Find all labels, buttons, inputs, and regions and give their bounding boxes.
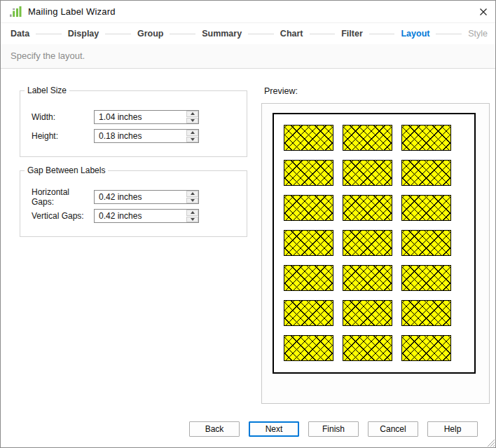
arrow-down-icon <box>191 138 195 141</box>
step-connector <box>105 34 131 34</box>
window-title: Mailing Label Wizard <box>28 6 116 17</box>
cancel-button[interactable]: Cancel <box>368 421 418 437</box>
spinner-up-button[interactable] <box>186 130 198 136</box>
spinner-up-button[interactable] <box>186 191 198 197</box>
step-connector <box>436 34 462 34</box>
height-row: Height: <box>32 129 199 143</box>
preview-label-cell <box>284 335 333 361</box>
height-field <box>94 129 199 143</box>
mailing-label-wizard-dialog: Mailing Label Wizard Data Display Group … <box>0 0 496 448</box>
vertical-gaps-label: Vertical Gaps: <box>32 211 94 221</box>
next-button[interactable]: Next <box>249 421 299 437</box>
help-button[interactable]: Help <box>427 421 478 437</box>
arrow-down-icon <box>191 199 195 202</box>
vertical-gaps-field <box>94 209 199 223</box>
arrow-up-icon <box>191 131 195 134</box>
preview-label-cell <box>343 335 392 361</box>
preview-label-cell <box>401 230 451 256</box>
step-filter[interactable]: Filter <box>341 29 363 39</box>
vertical-gaps-row: Vertical Gaps: <box>32 209 199 223</box>
preview-label-cell <box>284 265 333 291</box>
horizontal-gaps-input[interactable] <box>94 190 199 204</box>
preview-label-cell <box>343 160 392 186</box>
finish-button[interactable]: Finish <box>308 421 359 437</box>
gap-legend: Gap Between Labels <box>25 165 108 175</box>
preview-page <box>273 113 476 374</box>
preview-label-cell <box>401 125 451 151</box>
width-input[interactable] <box>94 110 199 124</box>
horizontal-gaps-spinner <box>186 191 198 203</box>
arrow-up-icon <box>191 211 195 214</box>
preview-label-cell <box>343 300 392 326</box>
preview-label-cell <box>343 125 392 151</box>
preview-label-cell <box>284 125 333 151</box>
step-group[interactable]: Group <box>137 29 164 39</box>
step-connector <box>310 34 336 34</box>
preview-label-cell <box>284 300 333 326</box>
step-data[interactable]: Data <box>11 29 29 39</box>
vertical-gaps-spinner <box>186 210 198 222</box>
preview-label-cell <box>401 335 451 361</box>
horizontal-gaps-label: Horizontal Gaps: <box>32 187 94 207</box>
title-bar: Mailing Label Wizard <box>1 1 495 23</box>
preview-label-cell <box>343 195 392 221</box>
preview-label-cell <box>343 265 392 291</box>
preview-panel <box>261 103 490 404</box>
horizontal-gaps-row: Horizontal Gaps: <box>32 190 199 204</box>
close-icon <box>479 8 488 16</box>
wizard-subtitle: Specify the layout. <box>1 44 495 69</box>
preview-label-cell <box>401 195 451 221</box>
gap-between-labels-group: Gap Between Labels Horizontal Gaps: Vert… <box>20 170 247 237</box>
back-button[interactable]: Back <box>189 421 240 437</box>
preview-label-cell <box>401 160 451 186</box>
step-connector <box>369 34 395 34</box>
preview-label-cell <box>284 160 333 186</box>
arrow-down-icon <box>191 119 195 122</box>
height-spinner <box>186 130 198 142</box>
width-row: Width: <box>32 110 199 124</box>
preview-label-cell <box>343 230 392 256</box>
step-summary[interactable]: Summary <box>202 29 242 39</box>
arrow-up-icon <box>191 112 195 115</box>
resize-grip-icon[interactable] <box>486 438 495 447</box>
label-size-legend: Label Size <box>25 86 69 95</box>
width-spinner <box>186 111 198 123</box>
width-field <box>94 110 199 124</box>
arrow-up-icon <box>191 192 195 195</box>
step-display[interactable]: Display <box>68 29 99 39</box>
spinner-down-button[interactable] <box>186 137 198 143</box>
dialog-button-bar: Back Next Finish Cancel Help <box>189 421 478 437</box>
preview-label: Preview: <box>264 86 298 96</box>
preview-label-cell <box>284 230 333 256</box>
preview-label-cell <box>401 300 451 326</box>
height-label: Height: <box>32 131 94 141</box>
bar-chart-icon <box>9 6 22 18</box>
spinner-down-button[interactable] <box>186 217 198 223</box>
height-input[interactable] <box>94 129 199 143</box>
spinner-down-button[interactable] <box>186 198 198 204</box>
preview-label-cell <box>284 195 333 221</box>
step-chart[interactable]: Chart <box>280 29 303 39</box>
horizontal-gaps-field <box>94 190 199 204</box>
wizard-step-nav: Data Display Group Summary Chart Filter … <box>1 23 495 44</box>
step-connector <box>170 34 195 34</box>
label-size-group: Label Size Width: Height: <box>20 90 247 157</box>
step-layout[interactable]: Layout <box>401 29 429 39</box>
preview-label-grid <box>284 125 474 361</box>
step-connector <box>36 34 62 34</box>
width-label: Width: <box>32 112 94 122</box>
spinner-up-button[interactable] <box>186 111 198 117</box>
arrow-down-icon <box>191 218 195 221</box>
preview-label-cell <box>401 265 451 291</box>
vertical-gaps-input[interactable] <box>94 209 199 223</box>
close-button[interactable] <box>473 2 494 22</box>
step-style[interactable]: Style <box>468 29 488 39</box>
step-connector <box>248 34 274 34</box>
spinner-up-button[interactable] <box>186 210 198 216</box>
spinner-down-button[interactable] <box>186 118 198 124</box>
